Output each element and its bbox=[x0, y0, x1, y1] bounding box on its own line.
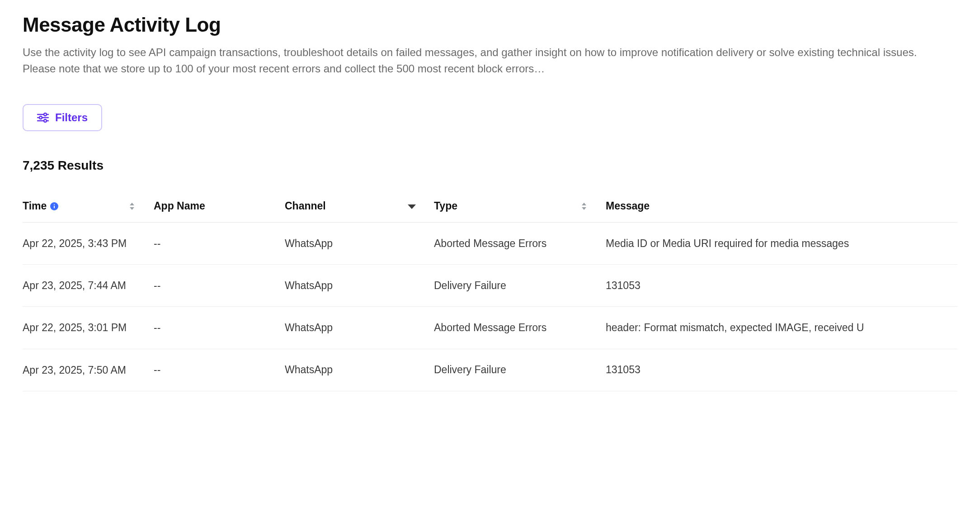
table-row[interactable]: Apr 23, 2025, 7:50 AM -- WhatsApp Delive… bbox=[23, 349, 957, 391]
cell-type: Aborted Message Errors bbox=[434, 307, 606, 349]
cell-message: 131053 bbox=[606, 349, 957, 391]
svg-point-5 bbox=[44, 119, 47, 122]
table-row[interactable]: Apr 22, 2025, 3:01 PM -- WhatsApp Aborte… bbox=[23, 307, 957, 349]
cell-app: -- bbox=[154, 349, 285, 391]
cell-time: Apr 23, 2025, 7:44 AM bbox=[23, 265, 154, 307]
results-count: 7,235 Results bbox=[23, 158, 957, 173]
column-header-type-label: Type bbox=[434, 200, 457, 212]
svg-point-3 bbox=[44, 113, 47, 116]
column-header-type[interactable]: Type bbox=[434, 191, 606, 223]
cell-channel: WhatsApp bbox=[285, 223, 434, 265]
cell-time: Apr 23, 2025, 7:50 AM bbox=[23, 349, 154, 391]
cell-type: Aborted Message Errors bbox=[434, 223, 606, 265]
filters-button[interactable]: Filters bbox=[23, 104, 102, 131]
cell-time: Apr 22, 2025, 3:01 PM bbox=[23, 307, 154, 349]
sort-icon[interactable] bbox=[128, 202, 136, 211]
column-header-time-label: Time bbox=[23, 200, 47, 212]
filters-button-label: Filters bbox=[55, 111, 88, 124]
cell-message: Media ID or Media URI required for media… bbox=[606, 223, 957, 265]
column-header-channel[interactable]: Channel bbox=[285, 191, 434, 223]
table-header-row: Time bbox=[23, 191, 957, 223]
cell-type: Delivery Failure bbox=[434, 265, 606, 307]
cell-time: Apr 22, 2025, 3:43 PM bbox=[23, 223, 154, 265]
table-row[interactable]: Apr 23, 2025, 7:44 AM -- WhatsApp Delive… bbox=[23, 265, 957, 307]
cell-channel: WhatsApp bbox=[285, 349, 434, 391]
info-icon[interactable] bbox=[50, 202, 58, 210]
svg-rect-8 bbox=[54, 204, 55, 205]
cell-app: -- bbox=[154, 307, 285, 349]
column-header-app[interactable]: App Name bbox=[154, 191, 285, 223]
cell-app: -- bbox=[154, 223, 285, 265]
cell-message: 131053 bbox=[606, 265, 957, 307]
cell-message: header: Format mismatch, expected IMAGE,… bbox=[606, 307, 957, 349]
column-header-message-label: Message bbox=[606, 200, 650, 212]
page-description: Use the activity log to see API campaign… bbox=[23, 44, 927, 77]
page-title: Message Activity Log bbox=[23, 14, 957, 36]
table-row[interactable]: Apr 22, 2025, 3:43 PM -- WhatsApp Aborte… bbox=[23, 223, 957, 265]
filters-icon bbox=[37, 113, 49, 123]
cell-type: Delivery Failure bbox=[434, 349, 606, 391]
svg-rect-7 bbox=[54, 205, 55, 208]
svg-point-4 bbox=[39, 116, 42, 119]
cell-app: -- bbox=[154, 265, 285, 307]
cell-channel: WhatsApp bbox=[285, 307, 434, 349]
sort-icon[interactable] bbox=[580, 202, 588, 211]
column-header-app-label: App Name bbox=[154, 200, 205, 212]
activity-table: Time bbox=[23, 191, 957, 391]
column-header-time[interactable]: Time bbox=[23, 191, 154, 223]
cell-channel: WhatsApp bbox=[285, 265, 434, 307]
column-header-message[interactable]: Message bbox=[606, 191, 957, 223]
caret-down-icon[interactable] bbox=[408, 204, 416, 209]
column-header-channel-label: Channel bbox=[285, 200, 326, 212]
